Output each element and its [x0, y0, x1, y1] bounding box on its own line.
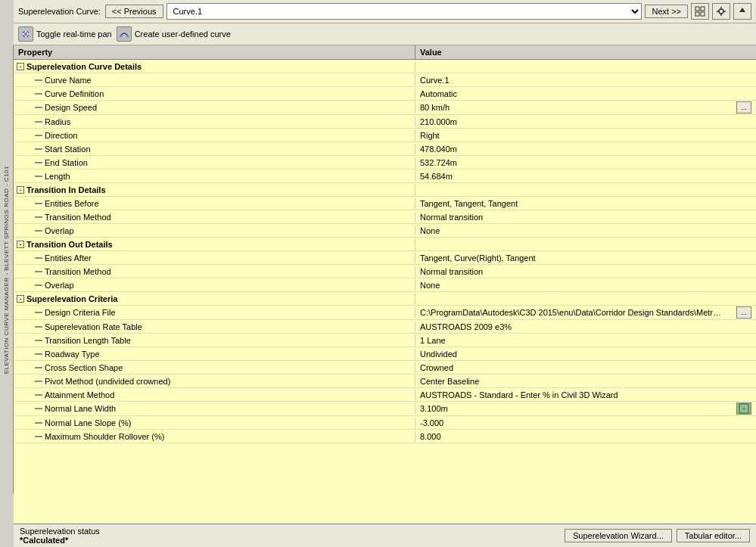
- svg-marker-9: [739, 8, 745, 12]
- row-entities-after: Entities After Tangent, Curve(Right), Ta…: [14, 251, 756, 265]
- radius-label: Radius: [14, 117, 415, 127]
- row-start-station: Start Station 478.040m: [14, 142, 756, 156]
- dash-icon-23: [35, 422, 42, 424]
- expand-icon-transition-out[interactable]: -: [17, 241, 24, 248]
- max-shoulder-rollover-label: Maximum Shoulder Rollover (%): [14, 431, 415, 442]
- row-pivot-method: Pivot Method (undivided crowned) Center …: [14, 375, 756, 388]
- row-design-speed: Design Speed 80 km/h ...: [14, 101, 756, 115]
- svg-rect-3: [701, 12, 705, 16]
- pan-icon: [18, 26, 33, 42]
- transition-length-table-value: 1 Lane: [415, 335, 756, 346]
- design-criteria-edit-btn[interactable]: ...: [736, 306, 751, 319]
- row-curve-definition: Curve Definition Automatic: [14, 87, 756, 101]
- svg-text:+: +: [742, 406, 746, 412]
- row-roadway-type: Roadway Type Undivided: [14, 347, 756, 361]
- transition-method-in-value: Normal transition: [415, 212, 756, 222]
- toggle-pan-btn[interactable]: Toggle real-time pan: [18, 26, 112, 42]
- row-design-criteria-file: Design Criteria File C:\ProgramData\Auto…: [14, 306, 756, 320]
- next-button[interactable]: Next >>: [645, 5, 688, 18]
- left-sidebar: ELEVATION CURVE MANAGER - BLEVETT SPRING…: [0, 45, 14, 494]
- transition-method-in-label: Transition Method: [14, 212, 415, 222]
- curve-select[interactable]: Curve.1: [166, 3, 642, 20]
- dash-icon-15: [35, 312, 42, 313]
- row-transition-length-table: Transition Length Table 1 Lane: [14, 334, 756, 347]
- status-buttons: Superelevation Wizard... Tabular editor.…: [565, 529, 750, 542]
- dash-icon-8: [35, 176, 42, 177]
- dash-icon-14: [35, 284, 42, 286]
- row-superelevation-rate-table: Superelevation Rate Table AUSTROADS 2009…: [14, 320, 756, 334]
- row-cross-section-shape: Cross Section Shape Crowned: [14, 361, 756, 375]
- dash-icon-3: [35, 107, 42, 108]
- settings-icon-btn[interactable]: [712, 3, 730, 20]
- superelevation-wizard-btn[interactable]: Superelevation Wizard...: [565, 529, 672, 542]
- row-transition-method-out: Transition Method Normal transition: [14, 265, 756, 278]
- end-station-value: 532.724m: [415, 157, 756, 168]
- curve-definition-label: Curve Definition: [14, 89, 415, 99]
- dash-icon-21: [35, 394, 42, 396]
- end-station-label: End Station: [14, 157, 415, 168]
- row-normal-lane-width: Normal Lane Width 3.100m +: [14, 402, 756, 416]
- expand-icon-criteria[interactable]: -: [17, 295, 24, 303]
- header-value: Value: [415, 45, 756, 59]
- tabular-editor-btn[interactable]: Tabular editor...: [677, 529, 750, 542]
- empty-space: [14, 443, 756, 504]
- arrow-up-btn[interactable]: [733, 3, 751, 20]
- status-bar: Superelevation status *Calculated* Super…: [14, 524, 756, 547]
- normal-lane-slope-label: Normal Lane Slope (%): [14, 418, 415, 428]
- superelevation-rate-table-value: AUSTROADS 2009 e3%: [415, 322, 756, 332]
- section-transition-out: - Transition Out Details: [14, 238, 756, 251]
- attainment-method-value: AUSTROADS - Standard - Enter % in Civil …: [415, 390, 756, 400]
- start-station-value: 478.040m: [415, 144, 756, 154]
- dash-icon-5: [35, 135, 42, 136]
- normal-lane-width-value: 3.100m +: [415, 402, 756, 415]
- roadway-type-value: Undivided: [415, 349, 756, 359]
- curve-name-label: Curve Name: [14, 75, 415, 85]
- attainment-method-label: Attainment Method: [14, 390, 415, 400]
- section-curve-details: - Superelevation Curve Details: [14, 60, 756, 73]
- svg-point-16: [126, 36, 129, 38]
- curve-toolbar: Superelevation Curve: << Previous Curve.…: [14, 0, 756, 23]
- dash-icon-7: [35, 162, 42, 163]
- row-attainment-method: Attainment Method AUSTROADS - Standard -…: [14, 388, 756, 402]
- section-transition-out-label: - Transition Out Details: [14, 239, 415, 250]
- curve-icon: [117, 26, 132, 42]
- section-superelevation-criteria: - Superelevation Criteria: [14, 292, 756, 306]
- status-calculated: *Calculated*: [20, 536, 100, 545]
- row-overlap-in: Overlap None: [14, 224, 756, 238]
- normal-lane-width-label: Normal Lane Width: [14, 403, 415, 414]
- cross-section-shape-value: Crowned: [415, 362, 756, 373]
- normal-lane-slope-value: -3.000: [415, 418, 756, 428]
- transition-method-out-value: Normal transition: [415, 266, 756, 277]
- header-property: Property: [14, 45, 415, 59]
- dash-icon-6: [35, 148, 42, 150]
- dash-icon-12: [35, 257, 42, 259]
- expand-icon-transition-in[interactable]: -: [17, 186, 24, 194]
- superelevation-rate-table-label: Superelevation Rate Table: [14, 322, 415, 332]
- row-direction: Direction Right: [14, 129, 756, 142]
- row-entities-before: Entities Before Tangent, Tangent, Tangen…: [14, 197, 756, 210]
- dash-icon-18: [35, 353, 42, 355]
- section-transition-in-label: - Transition In Details: [14, 185, 415, 195]
- expand-icon-curve-details[interactable]: -: [17, 63, 24, 70]
- entities-before-label: Entities Before: [14, 198, 415, 209]
- overlap-out-label: Overlap: [14, 280, 415, 291]
- curve-nav: << Previous Curve.1 Next >>: [105, 3, 751, 20]
- dash-icon: [35, 79, 42, 81]
- create-curve-label: Create user-defined curve: [135, 30, 231, 39]
- toggle-pan-label: Toggle real-time pan: [36, 30, 112, 39]
- design-speed-edit-btn[interactable]: ...: [736, 101, 751, 113]
- create-curve-btn[interactable]: Create user-defined curve: [117, 26, 231, 42]
- entities-before-value: Tangent, Tangent, Tangent: [415, 198, 756, 209]
- row-max-shoulder-rollover: Maximum Shoulder Rollover (%) 8.000: [14, 430, 756, 443]
- roadway-type-label: Roadway Type: [14, 349, 415, 359]
- pivot-method-value: Center Baseline: [415, 376, 756, 387]
- dash-icon-10: [35, 216, 42, 218]
- grid-icon-btn[interactable]: [691, 3, 709, 20]
- entities-after-label: Entities After: [14, 253, 415, 263]
- curve-name-value: Curve.1: [415, 75, 756, 85]
- overlap-out-value: None: [415, 280, 756, 291]
- dash-icon-24: [35, 436, 42, 437]
- superelevation-label: Superelevation Curve:: [18, 7, 101, 16]
- normal-lane-width-edit-btn[interactable]: +: [736, 402, 751, 415]
- prev-button[interactable]: << Previous: [105, 5, 163, 18]
